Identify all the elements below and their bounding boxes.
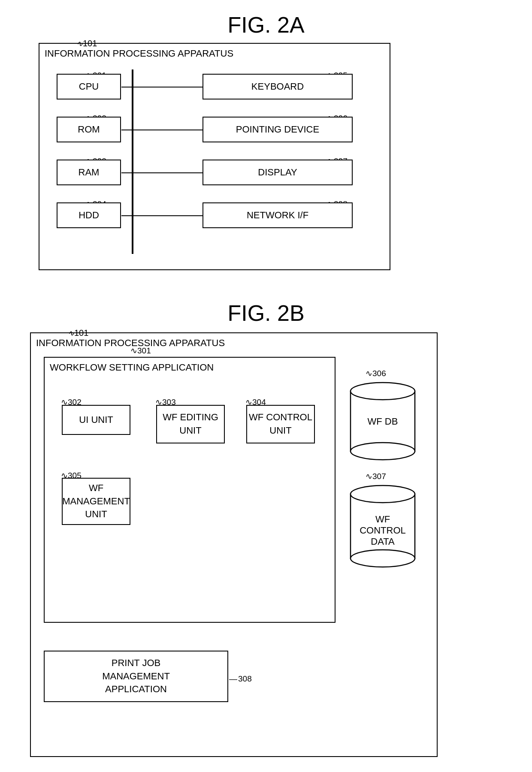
wf-app-box: WORKFLOW SETTING APPLICATION ∿301 ∿302 U… bbox=[44, 357, 336, 623]
fig-2a-outer-box: INFORMATION PROCESSING APPARATUS ∿201 CP… bbox=[39, 43, 390, 270]
wf-mgmt-box: WFMANAGEMENTUNIT bbox=[62, 478, 130, 525]
svg-point-5 bbox=[351, 486, 415, 503]
svg-point-1 bbox=[351, 383, 415, 400]
fig-2a-apparatus-label: INFORMATION PROCESSING APPARATUS bbox=[45, 48, 233, 59]
svg-point-2 bbox=[351, 443, 415, 460]
keyboard-hline bbox=[133, 87, 203, 87]
display-box: DISPLAY bbox=[203, 160, 353, 185]
cpu-box: CPU bbox=[57, 74, 121, 100]
svg-point-6 bbox=[351, 550, 415, 567]
fig-2b-title: FIG. 2B bbox=[0, 300, 532, 326]
ref-306-label: ∿306 bbox=[366, 368, 386, 378]
ui-unit-box: UI UNIT bbox=[62, 405, 130, 435]
wf-editing-box: WF EDITINGUNIT bbox=[156, 405, 225, 443]
hdd-hline bbox=[121, 215, 133, 216]
network-box: NETWORK I/F bbox=[203, 202, 353, 228]
ref-308: — 308 bbox=[229, 674, 252, 684]
hdd-box: HDD bbox=[57, 202, 121, 228]
wf-control-box: WF CONTROLUNIT bbox=[246, 405, 315, 443]
wf-app-label: WORKFLOW SETTING APPLICATION bbox=[50, 362, 214, 373]
ram-box: RAM bbox=[57, 160, 121, 185]
ram-hline bbox=[121, 172, 133, 173]
wf-db-cylinder: WF DB bbox=[348, 378, 417, 464]
rom-box: ROM bbox=[57, 117, 121, 142]
pjm-box: PRINT JOBMANAGEMENTAPPLICATION bbox=[44, 651, 228, 702]
bus-line bbox=[132, 69, 133, 254]
svg-text:WF DB: WF DB bbox=[368, 416, 398, 427]
pointing-hline bbox=[133, 130, 203, 130]
network-hline bbox=[133, 215, 203, 216]
rom-hline bbox=[121, 130, 133, 130]
svg-text:WF: WF bbox=[375, 514, 390, 525]
cpu-hline bbox=[121, 87, 133, 87]
fig-2a-title: FIG. 2A bbox=[0, 12, 532, 38]
keyboard-box: KEYBOARD bbox=[203, 74, 353, 100]
svg-text:CONTROL: CONTROL bbox=[360, 525, 406, 536]
ref-301: ∿301 bbox=[130, 346, 151, 356]
pjm-label: PRINT JOBMANAGEMENTAPPLICATION bbox=[45, 651, 227, 701]
svg-text:DATA: DATA bbox=[371, 536, 395, 547]
fig-2b-outer-box: INFORMATION PROCESSING APPARATUS WORKFLO… bbox=[30, 332, 438, 757]
ref-307-label: ∿307 bbox=[366, 471, 386, 481]
display-hline bbox=[133, 172, 203, 173]
wf-control-data-cylinder: WF CONTROL DATA bbox=[348, 481, 417, 576]
pointing-device-box: POINTING DEVICE bbox=[203, 117, 353, 142]
